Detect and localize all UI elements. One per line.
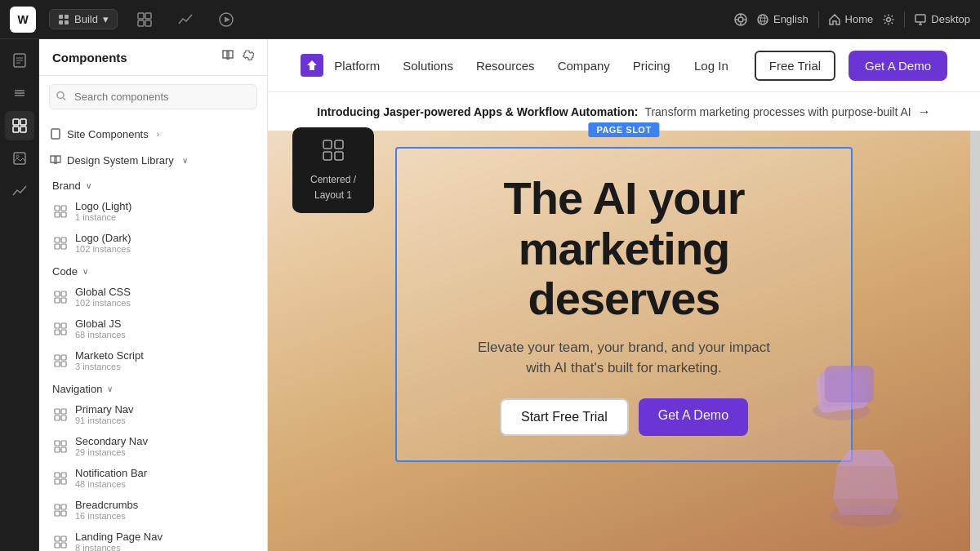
nav-resources[interactable]: Resources (476, 59, 535, 73)
notification-arrow[interactable]: → (918, 104, 931, 119)
page-slot-indicator: PAGE SLOT (588, 122, 659, 137)
svg-rect-69 (61, 473, 66, 478)
design-system-header[interactable]: Design System Library ∨ (39, 147, 267, 173)
assets-icon-btn[interactable] (5, 144, 34, 173)
svg-point-16 (758, 15, 768, 24)
component-tooltip[interactable]: Centered / Layout 1 (292, 127, 374, 213)
svg-marker-85 (833, 499, 898, 515)
secondary-nav-icon (52, 438, 69, 455)
svg-rect-6 (138, 20, 144, 26)
list-item[interactable]: Marketo Script 3 instances (39, 344, 267, 376)
list-item[interactable]: Breadcrumbs 16 instances (39, 494, 267, 526)
svg-rect-35 (14, 153, 25, 164)
global-css-label: Global CSS (75, 286, 131, 298)
svg-rect-0 (59, 15, 63, 19)
sidebar-scroll: Site Components › Design System Library … (39, 118, 267, 551)
website-preview: Platform Solutions Resources Company Pri… (268, 39, 980, 551)
free-trial-button[interactable]: Free Trial (755, 51, 835, 81)
nav-solutions[interactable]: Solutions (403, 59, 453, 73)
svg-point-17 (760, 15, 764, 24)
chart-icon-btn[interactable] (172, 9, 199, 30)
list-item[interactable]: Global JS 68 instances (39, 313, 267, 344)
svg-rect-74 (55, 511, 60, 516)
global-js-label: Global JS (75, 318, 126, 330)
get-demo-hero-button[interactable]: Get A Demo (639, 398, 748, 436)
code-label: Code (52, 265, 78, 278)
list-item[interactable]: Logo (Dark) 102 instances (39, 227, 267, 259)
website-nav-right: Log In Free Trial Get A Demo (681, 51, 947, 81)
hero-headline: The AI your marketing deserves (430, 173, 818, 324)
brand-section-header[interactable]: Brand ∨ (39, 173, 267, 195)
code-chevron: ∨ (82, 267, 88, 276)
logo-dark-label: Logo (Dark) (75, 232, 131, 244)
primary-nav-icon (52, 407, 69, 423)
topbar-right: English Home Desktop (734, 11, 970, 28)
monitor-icon (915, 14, 926, 25)
get-demo-nav-button[interactable]: Get A Demo (849, 51, 947, 81)
nav-platform[interactable]: Platform (334, 59, 380, 73)
layers-icon-btn[interactable] (5, 78, 34, 108)
pages-icon-btn[interactable] (5, 46, 34, 75)
logo-icon: W (10, 7, 36, 33)
notification-text: Transform marketing processes with purpo… (644, 105, 911, 118)
play-icon-btn[interactable] (212, 9, 240, 30)
login-button[interactable]: Log In (681, 52, 742, 79)
svg-rect-58 (55, 362, 60, 367)
list-item[interactable]: Global CSS 102 instances (39, 281, 267, 313)
brand-chevron: ∨ (86, 181, 91, 190)
components-icon-btn[interactable] (5, 111, 34, 140)
list-item[interactable]: Logo (Light) 1 instance (39, 195, 267, 227)
list-item[interactable]: Notification Bar 48 instances (39, 462, 267, 494)
grid-icon-btn[interactable] (131, 9, 158, 30)
settings-btn[interactable] (883, 14, 894, 25)
home-btn[interactable]: Home (829, 13, 874, 25)
svg-rect-72 (55, 504, 60, 509)
divider-2 (904, 11, 905, 28)
site-components-header[interactable]: Site Components › (39, 121, 267, 147)
analytics-icon-btn[interactable] (5, 176, 34, 206)
svg-rect-43 (61, 212, 66, 217)
svg-rect-5 (145, 13, 151, 19)
svg-rect-88 (323, 140, 332, 149)
sidebar-book-icon[interactable] (221, 49, 234, 65)
svg-point-11 (738, 17, 743, 22)
tooltip-label: Centered / Layout 1 (310, 174, 356, 201)
build-icon (58, 14, 69, 25)
sidebar-settings-icon[interactable] (241, 49, 254, 65)
build-button[interactable]: Build ▾ (49, 9, 118, 29)
breadcrumbs-label: Breadcrumbs (75, 499, 138, 511)
svg-rect-76 (55, 536, 60, 541)
book-icon (49, 153, 62, 167)
search-input[interactable] (49, 84, 257, 109)
notification-bold: Introducing Jasper-powered Apps & Workfl… (317, 105, 638, 118)
list-item[interactable]: Landing Page Nav 8 instances (39, 526, 267, 551)
desktop-btn[interactable]: Desktop (915, 13, 970, 25)
start-trial-button[interactable]: Start Free Trial (500, 398, 629, 436)
svg-rect-7 (145, 20, 151, 26)
hero-content-box: The AI your marketing deserves Elevate y… (395, 147, 853, 462)
secondary-nav-label: Secondary Nav (75, 435, 148, 447)
target-icon (734, 13, 747, 26)
logo-light-label: Logo (Light) (75, 200, 131, 212)
svg-rect-39 (51, 129, 60, 139)
settings-icon (883, 14, 894, 25)
primary-nav-label: Primary Nav (75, 403, 134, 415)
divider-1 (818, 11, 819, 28)
list-item[interactable]: Primary Nav 91 instances (39, 398, 267, 430)
sidebar-header: Components (39, 39, 267, 76)
nav-pricing[interactable]: Pricing (633, 59, 670, 73)
navigation-section-header[interactable]: Navigation ∨ (39, 376, 267, 398)
navigation-label: Navigation (52, 383, 102, 395)
language-selector[interactable]: English (757, 13, 808, 25)
main-layout: Components (0, 39, 980, 551)
hero-buttons: Start Free Trial Get A Demo (430, 398, 818, 436)
logo-dark-count: 102 instances (75, 244, 131, 254)
target-btn[interactable] (734, 13, 747, 26)
code-section-header[interactable]: Code ∨ (39, 259, 267, 281)
nav-company[interactable]: Company (558, 59, 610, 73)
assets-icon (11, 150, 28, 167)
list-item[interactable]: Secondary Nav 29 instances (39, 430, 267, 462)
svg-point-37 (57, 91, 64, 98)
svg-rect-2 (59, 20, 63, 24)
landing-page-nav-label: Landing Page Nav (75, 531, 163, 543)
